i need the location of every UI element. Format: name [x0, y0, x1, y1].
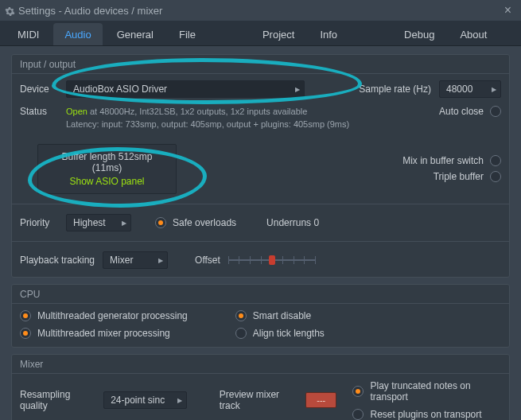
- chevron-right-icon: ▶: [295, 86, 300, 93]
- underruns-text: Underruns 0: [266, 217, 319, 228]
- auto-close-label: Auto close: [439, 106, 484, 117]
- play-truncated-toggle[interactable]: [352, 386, 364, 397]
- resampling-value: 24-point sinc: [111, 395, 165, 406]
- sample-rate-dropdown[interactable]: 48000 ▶: [439, 80, 501, 98]
- chevron-right-icon: ▶: [158, 256, 163, 263]
- show-asio-panel-link[interactable]: Show ASIO panel: [51, 176, 163, 187]
- playback-tracking-dropdown[interactable]: Mixer ▶: [103, 251, 168, 269]
- sample-rate-value: 48000: [446, 84, 472, 95]
- tab-audio[interactable]: Audio: [53, 23, 102, 45]
- section-header-cpu: CPU: [12, 285, 509, 304]
- status-open: Open: [66, 107, 87, 116]
- tab-project[interactable]: Project: [251, 23, 305, 45]
- tab-file[interactable]: File: [168, 23, 207, 45]
- resampling-label: Resampling quality: [20, 389, 95, 411]
- priority-dropdown[interactable]: Highest ▶: [66, 214, 131, 231]
- tab-about[interactable]: About: [449, 23, 498, 45]
- smart-disable-toggle[interactable]: [235, 310, 247, 321]
- safe-overloads-label: Safe overloads: [173, 217, 236, 228]
- section-header-mixer: Mixer: [12, 355, 509, 374]
- chevron-right-icon: ▶: [122, 219, 126, 226]
- status-line-2: Latency: input: 733smp, output: 405smp, …: [66, 119, 431, 131]
- mix-in-buffer-toggle[interactable]: [490, 155, 501, 166]
- auto-close-toggle[interactable]: [490, 106, 501, 117]
- mt-generator-label: Multithreaded generator processing: [37, 310, 188, 321]
- resampling-dropdown[interactable]: 24-point sinc ▶: [103, 391, 187, 409]
- titlebar: Settings - Audio devices / mixer ×: [0, 0, 521, 21]
- safe-overloads-toggle[interactable]: [155, 217, 166, 228]
- device-label: Device: [20, 84, 58, 95]
- priority-value: Highest: [73, 217, 106, 228]
- section-input-output: Input / output Device AudioBox ASIO Driv…: [11, 54, 510, 278]
- status-label: Status: [20, 106, 58, 117]
- align-tick-label: Align tick lengths: [253, 328, 325, 339]
- buffer-length-text: Buffer length 512smp (11ms): [51, 151, 163, 173]
- close-button[interactable]: ×: [501, 3, 515, 18]
- chevron-right-icon: ▶: [177, 396, 182, 403]
- reset-plugins-toggle[interactable]: [352, 409, 364, 420]
- chevron-right-icon: ▶: [492, 86, 496, 93]
- status-line-1: Open at 48000Hz, Int32LSB, 1x2 outputs, …: [66, 106, 431, 119]
- play-truncated-label: Play truncated notes on transport: [370, 380, 501, 402]
- mt-mixer-label: Multithreaded mixer processing: [37, 328, 170, 339]
- section-cpu: CPU Multithreaded generator processing M…: [11, 284, 510, 348]
- mix-in-buffer-label: Mix in buffer switch: [402, 155, 484, 166]
- triple-buffer-toggle[interactable]: [490, 171, 501, 182]
- window-title: Settings - Audio devices / mixer: [18, 5, 162, 17]
- device-dropdown[interactable]: AudioBox ASIO Driver ▶: [66, 80, 305, 98]
- settings-icon: [5, 6, 15, 17]
- tabbar: MIDI Audio General File Project Info Deb…: [0, 21, 521, 46]
- section-header-io: Input / output: [12, 55, 509, 74]
- sample-rate-label: Sample rate (Hz): [359, 84, 431, 95]
- priority-label: Priority: [20, 217, 58, 228]
- tab-info[interactable]: Info: [309, 23, 348, 45]
- preview-track-value: ---: [317, 395, 325, 405]
- mt-mixer-toggle[interactable]: [20, 328, 31, 339]
- align-tick-toggle[interactable]: [235, 328, 247, 339]
- reset-plugins-label: Reset plugins on transport: [370, 409, 481, 420]
- tab-general[interactable]: General: [106, 23, 165, 45]
- device-value: AudioBox ASIO Driver: [73, 84, 167, 95]
- slider-thumb-icon: [269, 255, 275, 265]
- preview-track-chip[interactable]: ---: [305, 392, 337, 408]
- offset-label: Offset: [195, 255, 220, 266]
- preview-track-label: Preview mixer track: [220, 389, 297, 411]
- mt-generator-toggle[interactable]: [20, 310, 31, 321]
- section-mixer: Mixer Resampling quality 24-point sinc ▶…: [11, 354, 510, 420]
- tab-debug[interactable]: Debug: [393, 23, 445, 45]
- buffer-box[interactable]: Buffer length 512smp (11ms) Show ASIO pa…: [37, 144, 177, 194]
- playback-tracking-label: Playback tracking: [20, 255, 95, 266]
- smart-disable-label: Smart disable: [253, 310, 311, 321]
- offset-slider[interactable]: [228, 255, 316, 266]
- triple-buffer-label: Triple buffer: [434, 171, 484, 182]
- playback-tracking-value: Mixer: [110, 255, 133, 266]
- tab-midi[interactable]: MIDI: [6, 23, 50, 45]
